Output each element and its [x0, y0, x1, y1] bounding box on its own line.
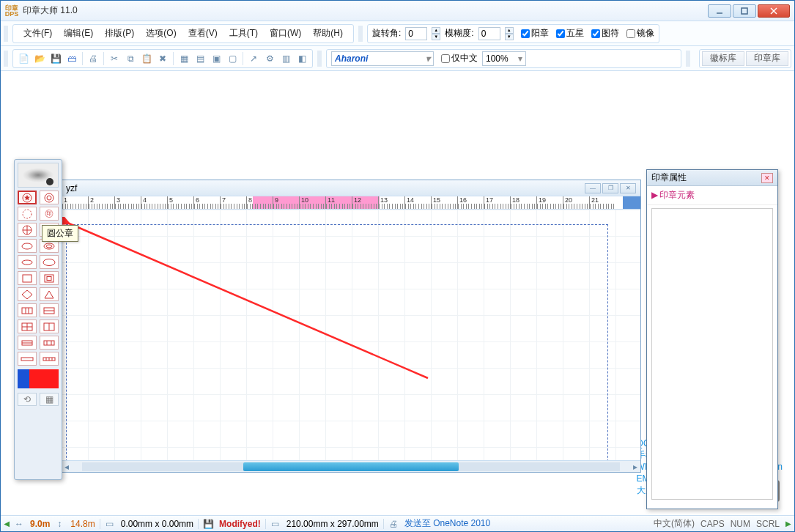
- properties-group-header[interactable]: ▶印章元素: [647, 186, 777, 205]
- open-button[interactable]: 📂: [32, 51, 47, 66]
- scroll-right-icon[interactable]: ▸: [630, 462, 640, 472]
- arrow-right-icon: ▶: [651, 190, 658, 200]
- properties-body[interactable]: [651, 208, 773, 500]
- doc-minimize-button[interactable]: —: [585, 183, 601, 193]
- status-next-icon[interactable]: ▶: [785, 520, 791, 528]
- scroll-left-icon[interactable]: ◂: [62, 462, 72, 472]
- ruler-tick: 17: [484, 196, 510, 209]
- shape-rect-2row[interactable]: [40, 303, 59, 317]
- horizontal-ruler[interactable]: 123456789101112131415161718192021: [62, 196, 640, 210]
- grip-icon[interactable]: [317, 51, 322, 67]
- status-send-target[interactable]: 发送至 OneNote 2010: [404, 517, 490, 530]
- check-cn-only[interactable]: 仅中文: [441, 52, 478, 64]
- shape-banner-split[interactable]: [18, 336, 37, 350]
- shape-oval-wide[interactable]: [40, 255, 59, 269]
- window-minimize-button[interactable]: [708, 4, 731, 18]
- menu-tools[interactable]: 工具(T): [223, 26, 264, 41]
- rotation-options: 旋转角: ▲▼ 模糊度: ▲▼ 阳章 五星 图符 镜像: [367, 24, 659, 43]
- window-maximize-button[interactable]: [733, 4, 756, 18]
- horizontal-scrollbar[interactable]: ◂ ▸: [62, 460, 640, 472]
- font-toolbar: Aharoni ▾ 仅中文 100% ▾: [326, 49, 681, 68]
- document-titlebar[interactable]: yzf — ❐ ✕: [62, 180, 640, 196]
- distribute-button[interactable]: ▤: [193, 51, 207, 66]
- rotate-spinner[interactable]: ▲▼: [432, 27, 440, 40]
- eye-preview-icon[interactable]: [18, 163, 59, 188]
- delete-button[interactable]: ✖: [155, 51, 170, 66]
- cut-button[interactable]: ✂: [107, 51, 122, 66]
- scroll-thumb[interactable]: [243, 462, 459, 471]
- check-pattern[interactable]: 图符: [591, 27, 619, 40]
- grip-icon[interactable]: [4, 51, 8, 67]
- svg-rect-19: [45, 275, 53, 282]
- properties-header[interactable]: 印章属性 ✕: [647, 170, 777, 186]
- svg-point-16: [22, 260, 32, 265]
- blur-spinner[interactable]: ▲▼: [505, 27, 514, 40]
- zoom-select[interactable]: 100% ▾: [482, 51, 526, 66]
- align-button[interactable]: ▦: [177, 51, 191, 66]
- check-mirror[interactable]: 镜像: [626, 27, 654, 40]
- canvas[interactable]: [62, 210, 640, 460]
- copy-button[interactable]: ⧉: [123, 51, 138, 66]
- saveall-button[interactable]: 🗃: [64, 51, 79, 66]
- status-prev-icon[interactable]: ▶: [4, 520, 10, 528]
- shape-rect-3col[interactable]: [18, 303, 37, 317]
- menu-layout[interactable]: 排版(P): [99, 26, 140, 41]
- menu-file[interactable]: 文件(F): [18, 26, 58, 41]
- shape-round-dashed[interactable]: [18, 207, 37, 221]
- color-red[interactable]: [29, 369, 59, 388]
- shape-triangle[interactable]: [40, 287, 59, 301]
- grip-icon[interactable]: [4, 26, 8, 42]
- window-close-button[interactable]: [758, 4, 790, 18]
- doc-close-button[interactable]: ✕: [620, 183, 636, 193]
- palette-tool-b[interactable]: ▦: [40, 393, 59, 406]
- new-button[interactable]: 📄: [16, 51, 31, 66]
- rotate-input[interactable]: [405, 27, 427, 40]
- menu-window[interactable]: 窗口(W): [264, 26, 307, 41]
- shape-banner-thin[interactable]: [18, 352, 37, 366]
- blur-input[interactable]: [478, 27, 500, 40]
- check-yang[interactable]: 阳章: [521, 27, 549, 40]
- print-button[interactable]: 🖨: [86, 51, 100, 66]
- shape-banner-cells[interactable]: [40, 352, 59, 366]
- shape-square[interactable]: [18, 271, 37, 285]
- palette-tool-a[interactable]: ⟲: [18, 393, 37, 406]
- check-star[interactable]: 五星: [556, 27, 584, 40]
- save-button[interactable]: 💾: [48, 51, 63, 66]
- paste-button[interactable]: 📋: [139, 51, 154, 66]
- svg-rect-36: [21, 358, 33, 361]
- shape-round-star-ring[interactable]: [40, 191, 59, 204]
- shape-banner-text[interactable]: [40, 336, 59, 350]
- tab-stamp-library[interactable]: 印章库: [746, 51, 788, 66]
- tab-badge-library[interactable]: 徽标库: [702, 51, 744, 66]
- layers-button[interactable]: ▥: [278, 51, 293, 66]
- status-language[interactable]: 中文(简体): [654, 517, 695, 530]
- shape-diamond[interactable]: [18, 287, 37, 301]
- shape-round-fan[interactable]: [18, 223, 37, 237]
- properties-close-button[interactable]: ✕: [761, 173, 773, 183]
- grip-icon[interactable]: [686, 51, 690, 67]
- scroll-track[interactable]: [82, 462, 620, 471]
- grip-icon[interactable]: [358, 26, 363, 42]
- shape-square-ring[interactable]: [40, 271, 59, 285]
- color-blue[interactable]: [18, 369, 29, 388]
- menu-options[interactable]: 选项(O): [140, 26, 182, 41]
- shape-oval-thin[interactable]: [18, 255, 37, 269]
- shape-grid-3x2[interactable]: [40, 319, 59, 333]
- printer-icon: 🖨: [388, 519, 399, 529]
- menu-view[interactable]: 查看(V): [182, 26, 223, 41]
- font-select[interactable]: Aharoni ▾: [331, 51, 434, 66]
- doc-restore-button[interactable]: ❐: [602, 183, 618, 193]
- ungroup-button[interactable]: ▢: [225, 51, 240, 66]
- shape-round-text[interactable]: ㊞: [40, 207, 59, 221]
- shape-round-official[interactable]: [18, 191, 37, 204]
- group-button[interactable]: ▣: [209, 51, 223, 66]
- menu-edit[interactable]: 编辑(E): [58, 26, 99, 41]
- menu-help[interactable]: 帮助(H): [307, 26, 349, 41]
- ruler-tick: 10: [299, 196, 325, 209]
- export-button[interactable]: ↗: [246, 51, 261, 66]
- shape-oval[interactable]: [18, 239, 37, 253]
- shape-grid-2x2[interactable]: [18, 319, 37, 333]
- preview-button[interactable]: ◧: [295, 51, 309, 66]
- settings-button[interactable]: ⚙: [262, 51, 277, 66]
- ruler-tick: 18: [510, 196, 536, 209]
